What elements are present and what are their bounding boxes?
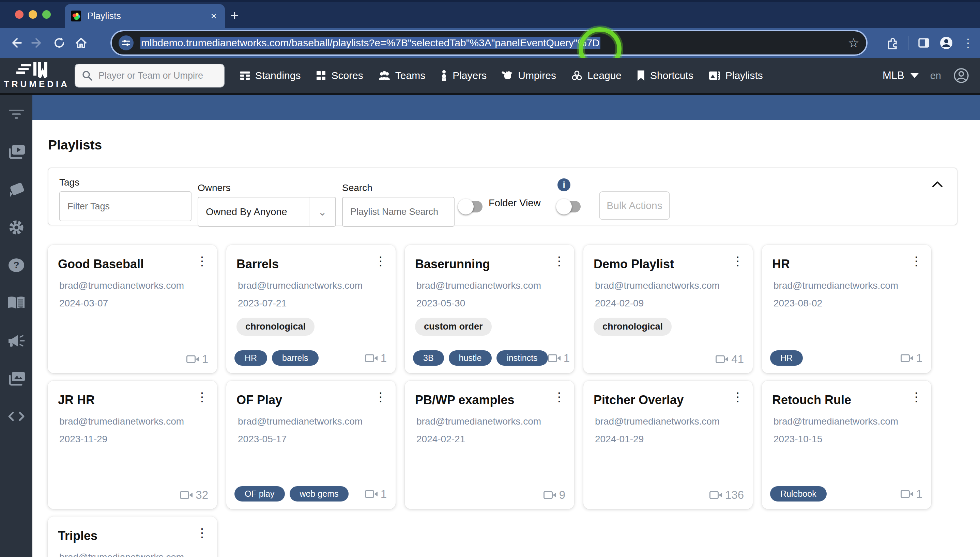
card-menu-button[interactable]: ⋮ bbox=[732, 391, 744, 403]
nav-shortcuts[interactable]: Shortcuts bbox=[637, 70, 693, 81]
account-icon[interactable] bbox=[953, 67, 970, 84]
card-menu-button[interactable]: ⋮ bbox=[374, 391, 387, 403]
search-label: Search bbox=[342, 182, 454, 194]
playlist-card[interactable]: Good Baseball ⋮ brad@trumedianetworks.co… bbox=[48, 245, 217, 373]
scores-icon bbox=[315, 70, 327, 81]
nav-players[interactable]: Players bbox=[440, 70, 487, 81]
playlist-owner: brad@trumedianetworks.com bbox=[774, 416, 921, 427]
search-input[interactable] bbox=[98, 70, 218, 81]
video-playlist-icon[interactable] bbox=[0, 133, 33, 171]
card-menu-button[interactable]: ⋮ bbox=[196, 391, 208, 403]
nav-playlists[interactable]: Playlists bbox=[709, 70, 763, 81]
playlist-owner: brad@trumedianetworks.com bbox=[595, 280, 743, 291]
playlist-card[interactable]: Pitcher Overlay ⋮ brad@trumedianetworks.… bbox=[583, 381, 753, 509]
global-search[interactable] bbox=[75, 64, 225, 88]
players-icon bbox=[440, 70, 448, 81]
playlist-owner: brad@trumedianetworks.com bbox=[416, 280, 564, 291]
playlist-tags: OF playweb gems bbox=[234, 486, 349, 502]
nav-standings[interactable]: Standings bbox=[240, 70, 301, 81]
nav-label: Umpires bbox=[518, 70, 556, 81]
playlist-date: 2023-07-21 bbox=[238, 298, 385, 309]
playlist-tag: instincts bbox=[497, 350, 547, 366]
bulk-actions-toggle[interactable] bbox=[558, 201, 581, 212]
folder-view-toggle[interactable] bbox=[460, 201, 482, 212]
card-menu-button[interactable]: ⋮ bbox=[374, 255, 387, 267]
card-menu-button[interactable]: ⋮ bbox=[196, 255, 208, 267]
nav-right: MLB en bbox=[882, 67, 980, 84]
camera-icon bbox=[186, 355, 199, 363]
tune-icon[interactable] bbox=[119, 36, 134, 50]
filter-icon[interactable] bbox=[0, 95, 33, 133]
playlist-card[interactable]: Triples ⋮ brad@trumedianetworks.com bbox=[48, 516, 217, 557]
collapse-panel-icon[interactable] bbox=[932, 181, 943, 188]
teams-icon bbox=[378, 70, 390, 81]
playlist-tag: 3B bbox=[413, 350, 444, 366]
gear-icon[interactable] bbox=[0, 208, 33, 246]
nav-league[interactable]: League bbox=[571, 70, 622, 81]
info-icon[interactable]: i bbox=[557, 178, 570, 191]
card-menu-button[interactable]: ⋮ bbox=[196, 527, 208, 539]
nav-umpires[interactable]: Umpires bbox=[501, 70, 556, 81]
nav-teams[interactable]: Teams bbox=[378, 70, 425, 81]
playlist-card[interactable]: PB/WP examples ⋮ brad@trumedianetworks.c… bbox=[405, 381, 574, 509]
nav-label: League bbox=[588, 70, 622, 81]
playlist-card[interactable]: HR ⋮ brad@trumedianetworks.com 2023-08-0… bbox=[762, 245, 931, 373]
window-zoom-button[interactable] bbox=[42, 10, 51, 19]
nav-scores[interactable]: Scores bbox=[315, 70, 363, 81]
playlist-card[interactable]: Baserunning ⋮ brad@trumedianetworks.com … bbox=[405, 245, 574, 373]
playlist-date: 2023-05-30 bbox=[416, 298, 564, 309]
browser-tab[interactable]: Playlists × bbox=[65, 4, 225, 28]
playlist-title: Demo Playlist bbox=[594, 257, 743, 271]
card-menu-button[interactable]: ⋮ bbox=[553, 391, 565, 403]
gallery-icon[interactable] bbox=[0, 360, 33, 397]
new-tab-button[interactable]: + bbox=[230, 8, 239, 24]
menu-icon[interactable]: ⋮ bbox=[962, 36, 974, 50]
video-count-value: 1 bbox=[916, 352, 923, 365]
code-icon[interactable] bbox=[0, 397, 33, 435]
card-menu-button[interactable]: ⋮ bbox=[910, 391, 923, 403]
tags-filter-input[interactable] bbox=[59, 191, 191, 221]
trumedia-logo[interactable]: TRUMEDIA bbox=[0, 62, 73, 90]
side-panel-icon[interactable] bbox=[917, 36, 930, 49]
playlist-search-input[interactable] bbox=[342, 197, 454, 227]
bookmark-star-icon[interactable]: ☆ bbox=[848, 36, 859, 50]
url-text[interactable]: mlbdemo.trumedianetworks.com/baseball/pl… bbox=[140, 37, 600, 49]
help-icon[interactable]: ? bbox=[0, 246, 33, 284]
playlist-card[interactable]: Retouch Rule ⋮ brad@trumedianetworks.com… bbox=[762, 381, 931, 509]
card-menu-button[interactable]: ⋮ bbox=[910, 255, 923, 267]
profile-icon[interactable] bbox=[939, 36, 954, 50]
playlist-date: 2024-02-21 bbox=[416, 434, 564, 445]
home-icon[interactable] bbox=[70, 36, 92, 50]
back-icon[interactable] bbox=[5, 36, 26, 50]
playlist-title: OF Play bbox=[237, 393, 385, 407]
owners-select-value: Owned By Anyone bbox=[198, 206, 309, 218]
playlist-card[interactable]: Demo Playlist ⋮ brad@trumedianetworks.co… bbox=[583, 245, 753, 373]
window-minimize-button[interactable] bbox=[29, 10, 37, 19]
playlist-order-chip: chronological bbox=[594, 318, 671, 336]
playlist-title: Good Baseball bbox=[58, 257, 207, 271]
cards-icon[interactable] bbox=[0, 171, 33, 208]
reload-icon[interactable] bbox=[48, 36, 70, 50]
playlist-card[interactable]: JR HR ⋮ brad@trumedianetworks.com 2023-1… bbox=[48, 381, 217, 509]
book-icon[interactable] bbox=[0, 284, 33, 322]
address-bar[interactable]: mlbdemo.trumedianetworks.com/baseball/pl… bbox=[112, 31, 866, 54]
owners-select[interactable]: Owned By Anyone ⌄ bbox=[198, 197, 336, 227]
tab-close-icon[interactable]: × bbox=[209, 10, 219, 22]
playlist-tag: Rulebook bbox=[770, 486, 826, 502]
video-count: 1 bbox=[901, 487, 923, 500]
playlist-date: 2024-01-29 bbox=[595, 434, 743, 445]
playlist-card[interactable]: Barrels ⋮ brad@trumedianetworks.com 2023… bbox=[226, 245, 395, 373]
toolbar-band bbox=[33, 95, 980, 120]
league-selector[interactable]: MLB bbox=[882, 70, 919, 82]
extensions-icon[interactable] bbox=[886, 36, 899, 49]
video-count-value: 1 bbox=[916, 487, 923, 500]
card-menu-button[interactable]: ⋮ bbox=[553, 255, 565, 267]
megaphone-icon[interactable] bbox=[0, 322, 33, 360]
playlist-card[interactable]: OF Play ⋮ brad@trumedianetworks.com 2023… bbox=[226, 381, 395, 509]
tab-title: Playlists bbox=[87, 11, 209, 21]
language-selector[interactable]: en bbox=[930, 70, 941, 81]
toggle-knob bbox=[556, 199, 572, 215]
window-close-button[interactable] bbox=[15, 10, 23, 19]
card-menu-button[interactable]: ⋮ bbox=[732, 255, 744, 267]
forward-icon[interactable] bbox=[26, 36, 48, 50]
